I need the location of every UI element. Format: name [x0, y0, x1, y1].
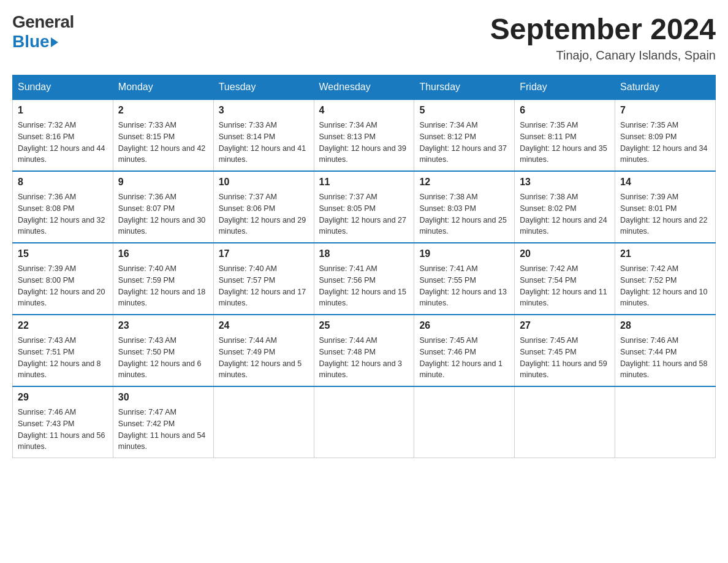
logo-blue-text: Blue	[12, 32, 58, 52]
day-info: Sunrise: 7:36 AMSunset: 8:08 PMDaylight:…	[18, 191, 108, 237]
day-number: 27	[520, 320, 610, 331]
calendar-cell: 14Sunrise: 7:39 AMSunset: 8:01 PMDayligh…	[615, 171, 716, 243]
day-number: 19	[419, 248, 509, 259]
day-number: 6	[520, 105, 610, 116]
month-title: September 2024	[490, 12, 716, 46]
calendar-cell: 21Sunrise: 7:42 AMSunset: 7:52 PMDayligh…	[615, 243, 716, 315]
location-title: Tinajo, Canary Islands, Spain	[490, 48, 716, 63]
calendar-cell: 2Sunrise: 7:33 AMSunset: 8:15 PMDaylight…	[113, 99, 213, 171]
calendar-cell: 13Sunrise: 7:38 AMSunset: 8:02 PMDayligh…	[515, 171, 615, 243]
day-info: Sunrise: 7:32 AMSunset: 8:16 PMDaylight:…	[18, 120, 108, 166]
calendar-cell: 12Sunrise: 7:38 AMSunset: 8:03 PMDayligh…	[414, 171, 515, 243]
day-info: Sunrise: 7:38 AMSunset: 8:03 PMDaylight:…	[419, 191, 509, 237]
calendar-cell: 6Sunrise: 7:35 AMSunset: 8:11 PMDaylight…	[515, 99, 615, 171]
weekday-header: Sunday	[13, 75, 113, 100]
day-number: 28	[620, 320, 710, 331]
weekday-header: Thursday	[414, 75, 515, 100]
calendar-week-row: 1Sunrise: 7:32 AMSunset: 8:16 PMDaylight…	[13, 99, 716, 171]
calendar-cell: 16Sunrise: 7:40 AMSunset: 7:59 PMDayligh…	[113, 243, 213, 315]
title-block: September 2024 Tinajo, Canary Islands, S…	[490, 12, 716, 63]
calendar-cell: 23Sunrise: 7:43 AMSunset: 7:50 PMDayligh…	[113, 315, 213, 386]
calendar-cell: 20Sunrise: 7:42 AMSunset: 7:54 PMDayligh…	[515, 243, 615, 315]
calendar-week-row: 8Sunrise: 7:36 AMSunset: 8:08 PMDaylight…	[13, 171, 716, 243]
calendar-cell	[314, 386, 414, 458]
day-info: Sunrise: 7:40 AMSunset: 7:59 PMDaylight:…	[118, 263, 208, 309]
day-info: Sunrise: 7:34 AMSunset: 8:13 PMDaylight:…	[319, 120, 409, 166]
day-info: Sunrise: 7:35 AMSunset: 8:09 PMDaylight:…	[620, 120, 710, 166]
day-info: Sunrise: 7:33 AMSunset: 8:14 PMDaylight:…	[219, 120, 309, 166]
calendar-cell: 8Sunrise: 7:36 AMSunset: 8:08 PMDaylight…	[13, 171, 113, 243]
day-number: 10	[219, 177, 309, 188]
calendar-cell	[515, 386, 615, 458]
day-info: Sunrise: 7:47 AMSunset: 7:42 PMDaylight:…	[118, 407, 208, 453]
page-header: General Blue September 2024 Tinajo, Cana…	[12, 12, 716, 63]
calendar-cell: 28Sunrise: 7:46 AMSunset: 7:44 PMDayligh…	[615, 315, 716, 386]
calendar-cell: 3Sunrise: 7:33 AMSunset: 8:14 PMDaylight…	[213, 99, 314, 171]
calendar-cell: 1Sunrise: 7:32 AMSunset: 8:16 PMDaylight…	[13, 99, 113, 171]
day-number: 30	[118, 392, 208, 403]
day-number: 14	[620, 177, 710, 188]
calendar-cell: 30Sunrise: 7:47 AMSunset: 7:42 PMDayligh…	[113, 386, 213, 458]
day-number: 13	[520, 177, 610, 188]
day-info: Sunrise: 7:41 AMSunset: 7:56 PMDaylight:…	[319, 263, 409, 309]
logo-general-text: General	[12, 12, 74, 32]
day-info: Sunrise: 7:42 AMSunset: 7:54 PMDaylight:…	[520, 263, 610, 309]
day-info: Sunrise: 7:33 AMSunset: 8:15 PMDaylight:…	[118, 120, 208, 166]
weekday-header: Wednesday	[314, 75, 414, 100]
day-number: 22	[18, 320, 108, 331]
calendar-cell: 11Sunrise: 7:37 AMSunset: 8:05 PMDayligh…	[314, 171, 414, 243]
day-number: 17	[219, 248, 309, 259]
calendar-cell: 25Sunrise: 7:44 AMSunset: 7:48 PMDayligh…	[314, 315, 414, 386]
calendar-cell	[414, 386, 515, 458]
calendar-cell: 15Sunrise: 7:39 AMSunset: 8:00 PMDayligh…	[13, 243, 113, 315]
calendar-week-row: 22Sunrise: 7:43 AMSunset: 7:51 PMDayligh…	[13, 315, 716, 386]
calendar-cell: 17Sunrise: 7:40 AMSunset: 7:57 PMDayligh…	[213, 243, 314, 315]
calendar-week-row: 15Sunrise: 7:39 AMSunset: 8:00 PMDayligh…	[13, 243, 716, 315]
day-number: 9	[118, 177, 208, 188]
weekday-header: Tuesday	[213, 75, 314, 100]
day-number: 11	[319, 177, 409, 188]
day-info: Sunrise: 7:43 AMSunset: 7:51 PMDaylight:…	[18, 335, 108, 381]
day-info: Sunrise: 7:37 AMSunset: 8:06 PMDaylight:…	[219, 191, 309, 237]
calendar-week-row: 29Sunrise: 7:46 AMSunset: 7:43 PMDayligh…	[13, 386, 716, 458]
calendar-cell	[615, 386, 716, 458]
day-number: 18	[319, 248, 409, 259]
calendar-header-row: SundayMondayTuesdayWednesdayThursdayFrid…	[13, 75, 716, 100]
day-info: Sunrise: 7:39 AMSunset: 8:00 PMDaylight:…	[18, 263, 108, 309]
logo-arrow-icon	[51, 37, 58, 47]
day-number: 3	[219, 105, 309, 116]
calendar-cell: 7Sunrise: 7:35 AMSunset: 8:09 PMDaylight…	[615, 99, 716, 171]
day-info: Sunrise: 7:45 AMSunset: 7:45 PMDaylight:…	[520, 335, 610, 381]
calendar-cell: 9Sunrise: 7:36 AMSunset: 8:07 PMDaylight…	[113, 171, 213, 243]
day-info: Sunrise: 7:41 AMSunset: 7:55 PMDaylight:…	[419, 263, 509, 309]
day-info: Sunrise: 7:34 AMSunset: 8:12 PMDaylight:…	[419, 120, 509, 166]
weekday-header: Saturday	[615, 75, 716, 100]
day-number: 1	[18, 105, 108, 116]
calendar-cell	[213, 386, 314, 458]
day-number: 21	[620, 248, 710, 259]
day-number: 29	[18, 392, 108, 403]
calendar-cell: 4Sunrise: 7:34 AMSunset: 8:13 PMDaylight…	[314, 99, 414, 171]
calendar-cell: 22Sunrise: 7:43 AMSunset: 7:51 PMDayligh…	[13, 315, 113, 386]
day-number: 4	[319, 105, 409, 116]
day-number: 15	[18, 248, 108, 259]
calendar-cell: 10Sunrise: 7:37 AMSunset: 8:06 PMDayligh…	[213, 171, 314, 243]
day-number: 8	[18, 177, 108, 188]
day-info: Sunrise: 7:46 AMSunset: 7:44 PMDaylight:…	[620, 335, 710, 381]
day-info: Sunrise: 7:40 AMSunset: 7:57 PMDaylight:…	[219, 263, 309, 309]
calendar-cell: 5Sunrise: 7:34 AMSunset: 8:12 PMDaylight…	[414, 99, 515, 171]
calendar-cell: 29Sunrise: 7:46 AMSunset: 7:43 PMDayligh…	[13, 386, 113, 458]
day-number: 23	[118, 320, 208, 331]
day-number: 25	[319, 320, 409, 331]
day-info: Sunrise: 7:44 AMSunset: 7:49 PMDaylight:…	[219, 335, 309, 381]
day-number: 24	[219, 320, 309, 331]
day-info: Sunrise: 7:36 AMSunset: 8:07 PMDaylight:…	[118, 191, 208, 237]
calendar-cell: 24Sunrise: 7:44 AMSunset: 7:49 PMDayligh…	[213, 315, 314, 386]
day-number: 12	[419, 177, 509, 188]
day-number: 20	[520, 248, 610, 259]
calendar-cell: 18Sunrise: 7:41 AMSunset: 7:56 PMDayligh…	[314, 243, 414, 315]
calendar-table: SundayMondayTuesdayWednesdayThursdayFrid…	[12, 75, 716, 458]
day-info: Sunrise: 7:38 AMSunset: 8:02 PMDaylight:…	[520, 191, 610, 237]
calendar-cell: 19Sunrise: 7:41 AMSunset: 7:55 PMDayligh…	[414, 243, 515, 315]
day-info: Sunrise: 7:42 AMSunset: 7:52 PMDaylight:…	[620, 263, 710, 309]
